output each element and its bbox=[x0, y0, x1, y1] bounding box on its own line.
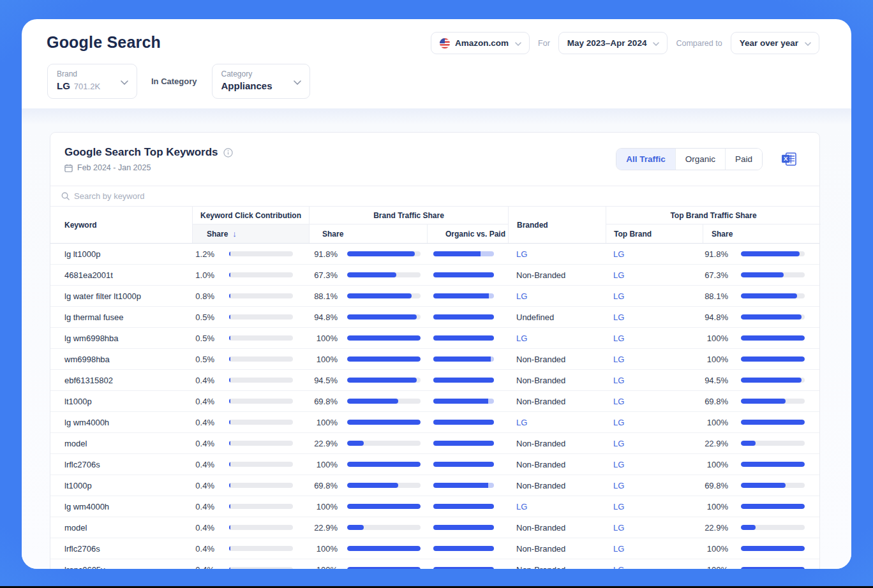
column-group-top-brand-traffic-share: Top Brand Traffic Share bbox=[606, 207, 821, 224]
column-header-tbts-share[interactable]: Share bbox=[703, 224, 821, 243]
table-row[interactable]: lt1000p0.4%69.8%Non-BrandedLG69.8% bbox=[50, 475, 819, 496]
top-brand-value[interactable]: LG bbox=[613, 249, 624, 259]
organic-vs-paid-cell bbox=[427, 454, 508, 474]
search-input[interactable] bbox=[74, 191, 805, 201]
top-brand-value[interactable]: LG bbox=[613, 312, 624, 322]
branded-value[interactable]: LG bbox=[516, 291, 527, 301]
keyword-cell[interactable]: lrflc2706s bbox=[50, 454, 192, 474]
keyword-click-contribution-cell: 0.4% bbox=[192, 454, 309, 474]
branded-value[interactable]: LG bbox=[516, 249, 527, 259]
site-select[interactable]: Amazon.com bbox=[431, 32, 530, 54]
keyword-cell[interactable]: ebf61315802 bbox=[50, 370, 192, 390]
organic-vs-paid-bar bbox=[433, 525, 494, 530]
keyword-cell[interactable]: lg wm6998hba bbox=[50, 328, 192, 348]
kcc-share-value: 1.2% bbox=[192, 249, 214, 259]
chevron-down-icon bbox=[653, 38, 659, 48]
column-header-keyword[interactable]: Keyword bbox=[50, 207, 192, 243]
comparison-select[interactable]: Year over year bbox=[731, 32, 819, 54]
top-brand-traffic-share-cell: 94.8% bbox=[703, 307, 821, 327]
kcc-share-value: 0.4% bbox=[192, 565, 214, 570]
table-row[interactable]: model0.4%22.9%Non-BrandedLG22.9% bbox=[50, 517, 819, 538]
top-brand-value[interactable]: LG bbox=[613, 355, 624, 364]
excel-export-icon[interactable]: X bbox=[782, 152, 796, 166]
bts-share-bar bbox=[347, 462, 421, 467]
keyword-click-contribution-cell: 0.4% bbox=[192, 412, 309, 432]
keyword-cell[interactable]: lg wm4000h bbox=[50, 412, 192, 432]
top-brand-value[interactable]: LG bbox=[613, 376, 624, 385]
branded-value[interactable]: LG bbox=[516, 418, 527, 427]
bts-share-value: 94.8% bbox=[309, 312, 338, 322]
keyword-cell[interactable]: 4681ea2001t bbox=[50, 265, 192, 285]
top-brand-value[interactable]: LG bbox=[613, 523, 624, 533]
tab-paid[interactable]: Paid bbox=[725, 149, 762, 170]
table-row[interactable]: lg wm4000h0.4%100%LGLG100% bbox=[50, 496, 819, 517]
tab-organic[interactable]: Organic bbox=[675, 149, 725, 170]
table-row[interactable]: lt1000p0.4%69.8%Non-BrandedLG69.8% bbox=[50, 391, 819, 412]
info-icon[interactable] bbox=[223, 148, 233, 158]
top-brand-value[interactable]: LG bbox=[613, 565, 624, 570]
table-row[interactable]: ebf613158020.4%94.5%Non-BrandedLG94.5% bbox=[50, 370, 819, 391]
panel-title: Google Search Top Keywords bbox=[64, 146, 218, 159]
keyword-cell[interactable]: lg thermal fusee bbox=[50, 307, 192, 327]
comparison-value: Year over year bbox=[740, 38, 798, 48]
sort-desc-icon[interactable]: ↓ bbox=[232, 229, 237, 239]
column-header-branded[interactable]: Branded bbox=[508, 207, 606, 243]
top-brand-value[interactable]: LG bbox=[613, 460, 624, 469]
tbts-share-bar bbox=[741, 335, 805, 341]
branded-cell: LG bbox=[508, 244, 606, 264]
table-row[interactable]: model0.4%22.9%Non-BrandedLG22.9% bbox=[50, 433, 819, 454]
tbts-share-bar bbox=[741, 378, 805, 383]
top-brand-value[interactable]: LG bbox=[613, 481, 624, 490]
top-brand-value[interactable]: LG bbox=[613, 418, 624, 427]
branded-value[interactable]: LG bbox=[516, 502, 527, 511]
table-body: lg lt1000p1.2%91.8%LGLG91.8%4681ea2001t1… bbox=[50, 244, 819, 569]
bts-share-bar bbox=[347, 272, 421, 277]
tab-all-traffic[interactable]: All Traffic bbox=[616, 149, 675, 170]
tbts-share-value: 100% bbox=[703, 460, 728, 469]
keyword-cell[interactable]: lt1000p bbox=[50, 475, 192, 496]
keyword-cell[interactable]: model bbox=[50, 517, 192, 538]
top-brand-value[interactable]: LG bbox=[613, 502, 624, 511]
keyword-cell[interactable]: lt1000p bbox=[50, 391, 192, 411]
keyword-cell[interactable]: lronc0605v bbox=[50, 559, 192, 569]
bts-share-bar bbox=[347, 420, 421, 425]
table-row[interactable]: wm6998hba0.5%100%Non-BrandedLG100% bbox=[50, 349, 819, 370]
bts-share-value: 69.8% bbox=[309, 397, 338, 406]
top-brand-value[interactable]: LG bbox=[613, 439, 624, 448]
table-row[interactable]: lrflc2706s0.4%100%Non-BrandedLG100% bbox=[50, 454, 819, 475]
category-select[interactable]: Category Appliances bbox=[212, 64, 310, 99]
top-brand-value[interactable]: LG bbox=[613, 291, 624, 301]
branded-value: Non-Branded bbox=[516, 376, 565, 385]
column-header-bts-share[interactable]: Share bbox=[309, 224, 427, 243]
table-row[interactable]: lg thermal fusee0.5%94.8%UndefinedLG94.8… bbox=[50, 307, 819, 328]
table-row[interactable]: lrflc2706s0.4%100%Non-BrandedLG100% bbox=[50, 538, 819, 559]
top-brand-traffic-share-cell: 69.8% bbox=[703, 475, 821, 496]
top-brand-value[interactable]: LG bbox=[613, 270, 624, 280]
column-header-organic-vs-paid[interactable]: Organic vs. Paid bbox=[427, 224, 508, 243]
table-row[interactable]: lg lt1000p1.2%91.8%LGLG91.8% bbox=[50, 244, 819, 265]
top-brand-value[interactable]: LG bbox=[613, 544, 624, 554]
table-row[interactable]: lronc0605v0.4%100%Non-BrandedLG100% bbox=[50, 559, 819, 569]
organic-vs-paid-cell bbox=[427, 517, 508, 538]
keyword-cell[interactable]: model bbox=[50, 433, 192, 453]
top-brand-value[interactable]: LG bbox=[613, 397, 624, 406]
keyword-cell[interactable]: lg lt1000p bbox=[50, 244, 192, 264]
bts-share-bar bbox=[347, 356, 421, 362]
keyword-cell[interactable]: lg wm4000h bbox=[50, 496, 192, 517]
table-row[interactable]: lg water filter lt1000p0.8%88.1%LGLG88.1… bbox=[50, 286, 819, 307]
keyword-cell[interactable]: wm6998hba bbox=[50, 349, 192, 369]
top-brand-value[interactable]: LG bbox=[613, 334, 624, 343]
tbts-share-bar bbox=[741, 399, 805, 404]
table-row[interactable]: 4681ea2001t1.0%67.3%Non-BrandedLG67.3% bbox=[50, 265, 819, 286]
bts-share-bar bbox=[347, 399, 421, 404]
branded-value[interactable]: LG bbox=[516, 334, 527, 343]
keyword-cell[interactable]: lrflc2706s bbox=[50, 538, 192, 559]
date-range-select[interactable]: May 2023–Apr 2024 bbox=[558, 32, 668, 54]
table-row[interactable]: lg wm6998hba0.5%100%LGLG100% bbox=[50, 328, 819, 349]
column-header-kcc-share[interactable]: Share ↓ bbox=[192, 224, 309, 243]
brand-select[interactable]: Brand LG 701.2K bbox=[47, 64, 137, 99]
keyword-cell[interactable]: lg water filter lt1000p bbox=[50, 286, 192, 306]
table-row[interactable]: lg wm4000h0.4%100%LGLG100% bbox=[50, 412, 819, 433]
tbts-share-bar bbox=[741, 356, 805, 362]
column-header-top-brand[interactable]: Top Brand bbox=[606, 224, 703, 243]
